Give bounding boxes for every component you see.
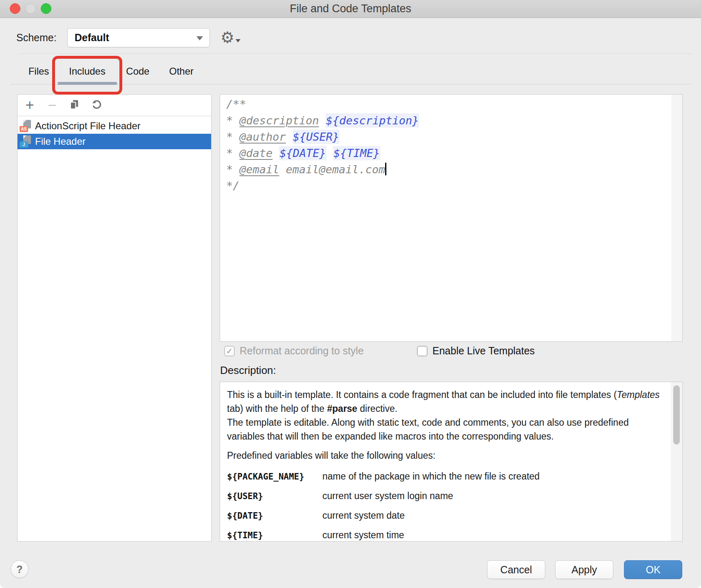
apply-button[interactable]: Apply: [555, 560, 613, 579]
live-templates-label: Enable Live Templates: [432, 345, 535, 357]
code-line: * @email email@email.com: [226, 161, 419, 178]
template-name: ActionScript File Header: [35, 120, 141, 132]
title-bar: File and Code Templates: [0, 0, 701, 18]
variable-name: ${DATE}: [227, 511, 322, 521]
template-list-item[interactable]: JFile Header: [18, 134, 211, 149]
editor-scrollbar-gutter[interactable]: [671, 95, 682, 341]
variable-row: ${DATE}current system date: [227, 510, 664, 521]
description-scrollbar-thumb[interactable]: [673, 385, 680, 444]
file-type-icon: J: [20, 135, 31, 148]
description-paragraph: The template is editable. Along with sta…: [227, 416, 664, 443]
variable-name: ${PACKAGE_NAME}: [227, 472, 322, 482]
code-line: * @date ${DATE} ${TIME}: [226, 145, 419, 161]
variable-row: ${PACKAGE_NAME}name of the package in wh…: [227, 471, 664, 482]
remove-icon[interactable]: −: [46, 98, 58, 113]
template-code: /*** @description ${description}* @autho…: [226, 96, 419, 194]
variable-description: name of the package in which the new fil…: [322, 471, 540, 482]
tab-includes[interactable]: Includes: [69, 66, 105, 77]
copy-icon[interactable]: [69, 99, 80, 112]
chevron-down-icon: [196, 36, 203, 40]
description-text: This is a built-in template. It contains…: [227, 388, 664, 541]
ok-button[interactable]: OK: [624, 560, 682, 579]
live-templates-checkbox[interactable]: [417, 346, 428, 356]
file-type-icon: AS: [20, 120, 31, 132]
tab-code[interactable]: Code: [126, 66, 149, 77]
code-line: * @author ${USER}: [226, 129, 419, 145]
code-line: */: [226, 178, 419, 194]
variable-description: current system time: [322, 530, 404, 541]
description-paragraph: Predefined variables will take the follo…: [227, 449, 664, 462]
variable-name: ${TIME}: [227, 531, 322, 540]
template-list-item[interactable]: ASActionScript File Header: [18, 118, 211, 134]
variable-row: ${USER}current user system login name: [227, 491, 664, 502]
description-label: Description:: [220, 364, 276, 377]
separator-top: [18, 53, 692, 54]
template-list-toolbar: + −: [18, 95, 211, 116]
revert-icon[interactable]: [91, 99, 102, 112]
variable-row: ${TIME}current system time: [227, 530, 664, 541]
cancel-button[interactable]: Cancel: [487, 560, 545, 579]
template-name: File Header: [35, 136, 86, 147]
code-line: * @description ${description}: [226, 113, 419, 129]
text-cursor: [385, 163, 386, 175]
add-icon[interactable]: +: [24, 98, 35, 113]
variable-name: ${USER}: [227, 491, 322, 501]
template-list-panel: + − ASActionScript File HeaderJFile Head…: [17, 94, 212, 542]
live-templates-option: Enable Live Templates: [417, 345, 535, 357]
gear-dropdown-caret-icon: [236, 39, 240, 42]
tab-other[interactable]: Other: [169, 66, 194, 77]
template-list: ASActionScript File HeaderJFile Header: [18, 118, 211, 149]
reformat-label: Reformat according to style: [240, 345, 364, 357]
scheme-dropdown[interactable]: Default: [67, 28, 210, 47]
reformat-checkbox[interactable]: ✓: [224, 346, 235, 356]
gear-icon[interactable]: ⚙: [220, 29, 234, 46]
description-paragraph: This is a built-in template. It contains…: [227, 388, 664, 416]
tab-files[interactable]: Files: [29, 66, 49, 77]
code-line: /**: [226, 96, 419, 113]
variable-description: current user system login name: [322, 491, 453, 502]
file-and-code-templates-dialog: File and Code Templates Scheme: Default …: [0, 0, 701, 588]
scheme-label: Scheme:: [16, 32, 57, 44]
scheme-value: Default: [75, 29, 109, 47]
description-panel: This is a built-in template. It contains…: [220, 382, 683, 542]
variable-description: current system date: [322, 510, 405, 521]
template-editor[interactable]: /*** @description ${description}* @autho…: [220, 94, 683, 342]
window-title: File and Code Templates: [0, 0, 701, 18]
help-button[interactable]: ?: [11, 560, 29, 578]
reformat-option: ✓ Reformat according to style: [224, 345, 364, 357]
